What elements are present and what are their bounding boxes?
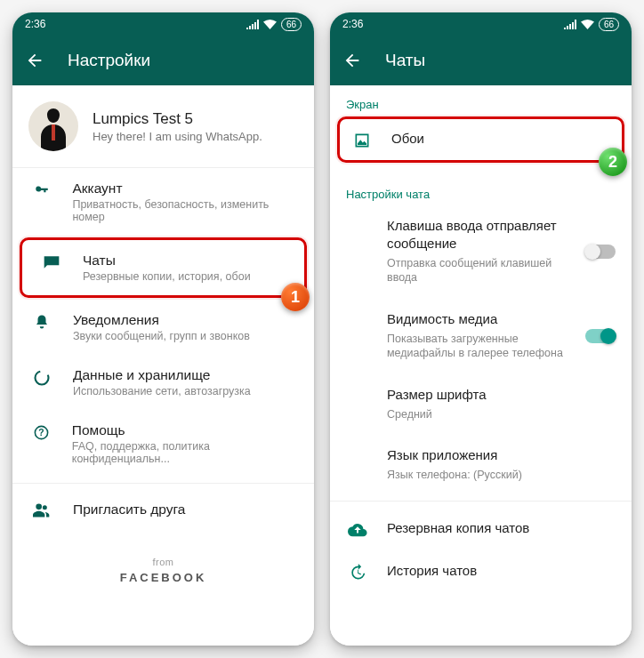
svg-text:?: ? xyxy=(38,428,44,437)
row-enter-sends[interactable]: Клавиша ввода отправляет сообщение Отпра… xyxy=(330,205,632,298)
signal-icon xyxy=(246,20,259,29)
back-button[interactable] xyxy=(342,51,362,70)
footer-brand: FACEBOOK xyxy=(12,571,314,611)
row-title: Язык приложения xyxy=(387,446,571,464)
item-sub: Резервные копии, история, обои xyxy=(83,270,251,283)
status-time: 2:36 xyxy=(25,18,45,30)
divider xyxy=(12,483,314,484)
switch-enter-sends[interactable] xyxy=(585,245,616,259)
wifi-icon xyxy=(581,20,594,29)
settings-item-notifications[interactable]: Уведомления Звуки сообщений, групп и зво… xyxy=(12,300,314,355)
row-title: История чатов xyxy=(387,562,571,580)
item-title: Аккаунт xyxy=(72,181,298,197)
back-button[interactable] xyxy=(25,51,44,70)
row-app-language[interactable]: Язык приложения Язык телефона: (Русский) xyxy=(330,434,632,494)
history-icon xyxy=(348,564,367,582)
settings-item-invite[interactable]: Пригласить друга xyxy=(12,489,314,530)
row-sub: Отправка сообщений клавишей ввода xyxy=(387,256,571,286)
callout-2: 2 xyxy=(599,148,627,176)
row-chat-backup[interactable]: Резервная копия чатов xyxy=(330,507,632,550)
settings-item-chats[interactable]: Чаты Резервные копии, история, обои xyxy=(22,240,304,295)
row-sub: Язык телефона: (Русский) xyxy=(387,468,571,483)
row-sub: Средний xyxy=(387,407,571,422)
item-sub: Использование сети, автозагрузка xyxy=(73,385,251,397)
settings-content: Lumpics Test 5 Hey there! I am using Wha… xyxy=(12,85,314,646)
settings-item-account[interactable]: Аккаунт Приватность, безопасность, измен… xyxy=(12,168,314,236)
item-title: Помощь xyxy=(72,422,298,438)
help-icon: ? xyxy=(32,424,51,441)
people-icon xyxy=(32,503,52,518)
callout-1: 1 xyxy=(281,283,310,311)
bell-icon xyxy=(32,314,52,330)
row-media-visibility[interactable]: Видимость медиа Показывать загруженные м… xyxy=(330,298,632,373)
phone-settings: 2:36 66 Настройки Lumpics Test 5 Hey the… xyxy=(12,12,314,646)
highlight-chats: Чаты Резервные копии, история, обои 1 xyxy=(20,237,307,298)
switch-media-visibility[interactable] xyxy=(585,329,616,343)
highlight-wallpaper: Обои 2 xyxy=(337,116,624,163)
row-wallpaper[interactable]: Обои xyxy=(340,119,622,160)
status-right: 66 xyxy=(564,18,619,31)
status-right: 66 xyxy=(246,18,302,31)
chat-icon xyxy=(42,254,61,270)
chats-settings-content: Экран Обои 2 Настройки чата Клавиша ввод… xyxy=(330,85,632,646)
profile-text: Lumpics Test 5 Hey there! I am using Wha… xyxy=(93,110,262,143)
row-font-size[interactable]: Размер шрифта Средний xyxy=(330,373,632,434)
footer-from: from xyxy=(12,530,314,571)
item-sub: Приватность, безопасность, изменить номе… xyxy=(72,198,298,223)
status-time: 2:36 xyxy=(342,18,363,30)
row-title: Обои xyxy=(391,130,561,148)
row-sub: Показывать загруженные медиафайлы в гале… xyxy=(387,332,571,362)
app-bar: Настройки xyxy=(12,36,314,85)
profile-status: Hey there! I am using WhatsApp. xyxy=(93,130,262,143)
item-title: Уведомления xyxy=(73,312,250,328)
wifi-icon xyxy=(263,20,277,29)
page-title: Чаты xyxy=(385,51,425,70)
svg-rect-0 xyxy=(52,124,55,140)
section-chat-settings: Настройки чата xyxy=(330,175,632,205)
item-title: Пригласить друга xyxy=(73,502,185,518)
key-icon xyxy=(32,182,51,198)
svg-point-1 xyxy=(36,372,49,385)
phone-chats-settings: 2:36 66 Чаты Экран Обои xyxy=(330,12,632,646)
page-title: Настройки xyxy=(68,51,150,70)
cloud-upload-icon xyxy=(348,521,367,537)
row-chat-history[interactable]: История чатов xyxy=(330,550,632,594)
profile-row[interactable]: Lumpics Test 5 Hey there! I am using Wha… xyxy=(12,85,314,168)
status-bar: 2:36 66 xyxy=(12,12,314,36)
signal-icon xyxy=(564,20,576,29)
avatar xyxy=(28,101,78,151)
section-screen: Экран xyxy=(330,85,632,115)
item-title: Данные и хранилище xyxy=(73,367,251,383)
row-title: Видимость медиа xyxy=(387,310,571,328)
battery-indicator: 66 xyxy=(599,18,619,31)
row-title: Резервная копия чатов xyxy=(387,519,571,537)
wallpaper-icon xyxy=(352,132,372,149)
settings-item-data[interactable]: Данные и хранилище Использование сети, а… xyxy=(12,355,314,410)
row-title: Размер шрифта xyxy=(387,386,571,404)
profile-name: Lumpics Test 5 xyxy=(93,110,262,128)
item-sub: FAQ, поддержка, политика конфиденциальн.… xyxy=(72,440,298,465)
item-title: Чаты xyxy=(83,253,251,269)
status-bar: 2:36 66 xyxy=(330,12,632,36)
settings-item-help[interactable]: ? Помощь FAQ, поддержка, политика конфид… xyxy=(12,410,314,477)
battery-indicator: 66 xyxy=(281,18,302,31)
row-title: Клавиша ввода отправляет сообщение xyxy=(387,217,571,253)
app-bar: Чаты xyxy=(330,36,632,85)
data-usage-icon xyxy=(32,369,52,387)
item-sub: Звуки сообщений, групп и звонков xyxy=(73,330,250,342)
divider xyxy=(330,501,632,502)
